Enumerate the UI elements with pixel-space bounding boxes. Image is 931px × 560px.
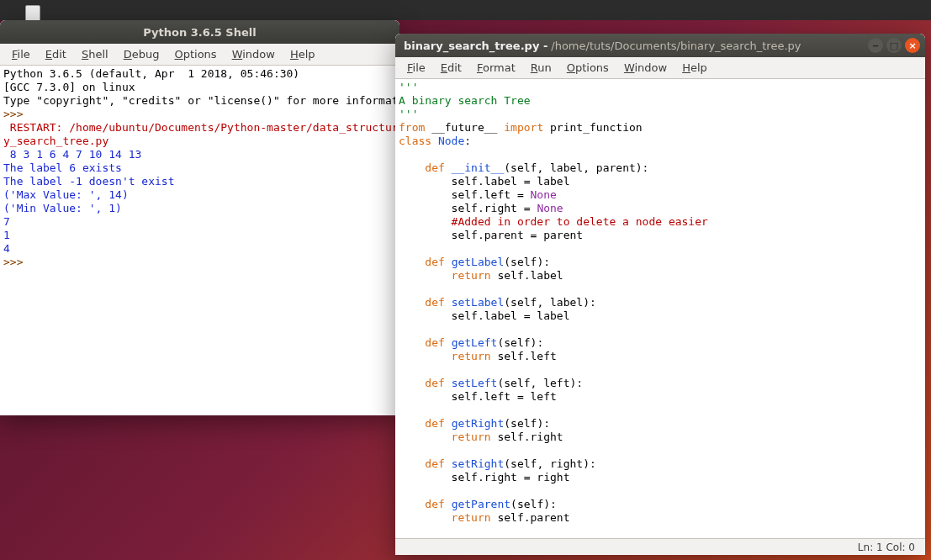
editor-line: class Node:: [399, 135, 922, 148]
editor-menu-help[interactable]: Help: [675, 59, 714, 77]
editor-line: ''': [399, 108, 922, 121]
editor-content[interactable]: '''A binary search Tree'''from __future_…: [395, 79, 925, 538]
editor-line: [399, 323, 922, 336]
shell-title: Python 3.6.5 Shell: [0, 26, 399, 39]
shell-line: Python 3.6.5 (default, Apr 1 2018, 05:46…: [3, 67, 396, 81]
editor-line: from __future__ import print_function: [399, 121, 922, 135]
editor-line: return self.right: [399, 431, 922, 444]
shell-window: Python 3.6.5 Shell FileEditShellDebugOpt…: [0, 20, 399, 415]
shell-line: [GCC 7.3.0] on linux: [3, 81, 396, 94]
editor-titlebar[interactable]: binary_search_tree.py - /home/tuts/Docum…: [395, 34, 925, 57]
shell-menubar: FileEditShellDebugOptionsWindowHelp: [0, 44, 399, 66]
editor-line: self.right = None: [399, 202, 922, 215]
maximize-icon[interactable]: □: [886, 38, 902, 53]
editor-line: return self.label: [399, 269, 922, 283]
editor-line: A binary search Tree: [399, 94, 922, 108]
editor-line: #Added in order to delete a node easier: [399, 215, 922, 229]
editor-line: def getRight(self):: [399, 417, 922, 431]
shell-line: >>>: [3, 256, 396, 269]
editor-line: self.left = left: [399, 390, 922, 404]
shell-menu-shell[interactable]: Shell: [75, 45, 115, 63]
editor-line: def setRight(self, right):: [399, 457, 922, 471]
editor-line: def setLeft(self, left):: [399, 377, 922, 390]
editor-line: def getLabel(self):: [399, 256, 922, 269]
editor-line: def getParent(self):: [399, 498, 922, 511]
editor-menu-window[interactable]: Window: [617, 59, 674, 77]
editor-menu-run[interactable]: Run: [524, 59, 558, 77]
editor-menu-options[interactable]: Options: [560, 59, 616, 77]
shell-menu-debug[interactable]: Debug: [117, 45, 167, 63]
shell-line: 7: [3, 215, 396, 229]
shell-line: >>>: [3, 108, 396, 121]
shell-line: y_search_tree.py: [3, 135, 396, 148]
editor-line: self.label = label: [399, 175, 922, 188]
editor-title-path: /home/tuts/Documents/binary_search_tree.…: [547, 40, 868, 52]
shell-content[interactable]: Python 3.6.5 (default, Apr 1 2018, 05:46…: [0, 66, 399, 415]
editor-line: def setLabel(self, label):: [399, 296, 922, 309]
editor-menubar: FileEditFormatRunOptionsWindowHelp: [395, 57, 925, 79]
shell-line: Type "copyright", "credits" or "license(…: [3, 94, 396, 108]
editor-line: [399, 283, 922, 296]
desktop-topbar: [0, 0, 931, 20]
shell-line: 4: [3, 242, 396, 256]
editor-line: [399, 484, 922, 498]
editor-line: self.label = label: [399, 309, 922, 323]
shell-menu-window[interactable]: Window: [225, 45, 282, 63]
editor-line: ''': [399, 81, 922, 94]
editor-line: self.left = None: [399, 188, 922, 202]
shell-line: ('Min Value: ', 1): [3, 202, 396, 215]
shell-titlebar[interactable]: Python 3.6.5 Shell: [0, 20, 399, 44]
editor-line: [399, 242, 922, 256]
editor-line: return self.parent: [399, 511, 922, 525]
editor-line: [399, 404, 922, 417]
editor-line: self.right = right: [399, 471, 922, 484]
close-icon[interactable]: ×: [905, 38, 920, 53]
editor-statusbar: Ln: 1 Col: 0: [395, 538, 925, 555]
editor-menu-format[interactable]: Format: [470, 59, 522, 77]
shell-menu-help[interactable]: Help: [283, 45, 322, 63]
shell-line: The label -1 doesn't exist: [3, 175, 396, 188]
editor-line: def __init__(self, label, parent):: [399, 161, 922, 175]
shell-line: 8 3 1 6 4 7 10 14 13: [3, 148, 396, 161]
editor-menu-file[interactable]: File: [400, 59, 432, 77]
shell-line: RESTART: /home/ubuntu/Documents/Python-m…: [3, 121, 396, 135]
shell-menu-edit[interactable]: Edit: [39, 45, 73, 63]
editor-line: [399, 444, 922, 457]
shell-line: ('Max Value: ', 14): [3, 188, 396, 202]
shell-line: The label 6 exists: [3, 161, 396, 175]
editor-line: return self.left: [399, 350, 922, 363]
shell-line: 1: [3, 229, 396, 242]
editor-line: def getLeft(self):: [399, 336, 922, 350]
shell-menu-file[interactable]: File: [5, 45, 37, 63]
shell-menu-options[interactable]: Options: [167, 45, 223, 63]
editor-status-pos: Ln: 1 Col: 0: [858, 542, 915, 553]
editor-line: [399, 148, 922, 161]
editor-line: self.parent = parent: [399, 229, 922, 242]
editor-menu-edit[interactable]: Edit: [434, 59, 468, 77]
editor-title-file: binary_search_tree.py -: [395, 40, 547, 52]
editor-window: binary_search_tree.py - /home/tuts/Docum…: [395, 34, 925, 555]
editor-line: [399, 363, 922, 377]
minimize-icon[interactable]: ‒: [868, 38, 883, 53]
